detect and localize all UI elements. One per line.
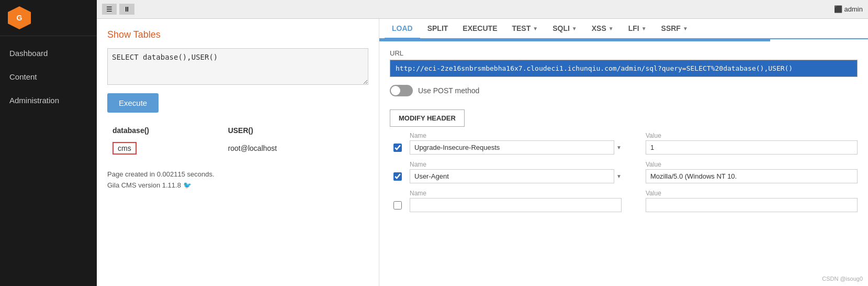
tab-sqli[interactable]: SQLI ▼ [545,19,584,39]
app-logo-icon: G [8,6,31,29]
value-col-label-3: Value [646,190,858,197]
url-label: URL [390,49,858,57]
checkbox-cell-3 [390,201,405,210]
header-labels-row-2: Name Value [390,161,858,168]
chevron-down-icon: ▼ [641,26,647,31]
tab-lfi[interactable]: LFI ▼ [621,19,654,39]
tab-ssrf[interactable]: SSRF ▼ [654,19,695,39]
header-input-row-3 [390,198,858,212]
value-col-label-2: Value [646,161,858,168]
result-table: database() USER() cms root@localhost [107,123,368,159]
chevron-down-icon: ▼ [616,173,622,179]
content-area: Show Tables SELECT database(),USER() Exe… [97,19,868,286]
header-name-wrapper-1: ▼ [410,140,622,155]
col1-header: database() [107,123,223,138]
tool-tabs: LOAD SPLIT EXECUTE TEST ▼ SQLI ▼ XSS ▼ L… [379,19,868,39]
execute-button[interactable]: Execute [107,93,159,113]
header-name-input-2[interactable] [410,169,614,183]
sidebar-logo: G [0,0,97,36]
header-rows: Name Value ▼ [379,132,868,212]
header-labels-row-1: Name Value [390,132,858,139]
watermark: CSDN @isoug0 [822,276,863,282]
chevron-down-icon: ▼ [616,145,622,150]
tab-test[interactable]: TEST ▼ [504,19,545,39]
checkbox-cell-2 [390,172,405,181]
col1-cell: cms [107,138,223,159]
checkbox-cell-1 [390,144,405,152]
sidebar-item-dashboard[interactable]: Dashboard [0,41,97,65]
tab-xss[interactable]: XSS ▼ [584,19,621,39]
footer-line1: Page created in 0.002115 seconds. [107,169,368,180]
main-content: ☰ ⏸ ⬛ admin Show Tables SELECT database(… [97,0,868,286]
tab-split[interactable]: SPLIT [420,19,456,39]
header-value-input-3[interactable] [646,198,858,212]
show-tables-title: Show Tables [107,29,368,40]
header-checkbox-1[interactable] [393,144,402,152]
header-checkbox-3[interactable] [393,201,402,210]
sidebar-item-content[interactable]: Content [0,65,97,89]
header-input-row-1: ▼ [390,140,858,155]
sidebar: G Dashboard Content Administration [0,0,97,286]
value-col-label-1: Value [646,132,858,139]
table-row: cms root@localhost [107,138,368,159]
use-post-label: Use POST method [418,86,479,95]
header-value-input-1[interactable] [646,140,858,155]
header-checkbox-2[interactable] [393,172,402,181]
use-post-row: Use POST method [390,85,858,96]
top-bar: ☰ ⏸ ⬛ admin [97,0,868,19]
pause-button[interactable]: ⏸ [119,4,134,15]
header-name-input-3[interactable] [410,198,622,212]
tab-execute[interactable]: EXECUTE [455,19,504,39]
chevron-down-icon: ▼ [572,26,577,31]
name-col-label-3: Name [410,190,622,197]
footer-line2: Gila CMS version 1.11.8 🐦 [107,180,368,191]
header-name-wrapper-2: ▼ [410,169,622,183]
modify-header-button[interactable]: MODIFY HEADER [390,109,465,127]
header-input-row-2: ▼ [390,169,858,183]
cms-panel: Show Tables SELECT database(),USER() Exe… [97,19,379,286]
sidebar-item-administration[interactable]: Administration [0,89,97,112]
tool-panel: LOAD SPLIT EXECUTE TEST ▼ SQLI ▼ XSS ▼ L… [379,19,868,286]
use-post-toggle[interactable] [390,85,413,96]
name-col-label-1: Name [410,132,622,139]
chevron-down-icon: ▼ [533,26,538,31]
tab-load[interactable]: LOAD [385,19,420,39]
chevron-down-icon: ▼ [683,26,688,31]
svg-text:G: G [17,14,22,22]
sidebar-nav: Dashboard Content Administration [0,36,97,117]
query-textarea[interactable]: SELECT database(),USER() [107,48,368,85]
header-value-input-2[interactable] [646,169,858,183]
header-labels-row-3: Name Value [390,190,858,197]
url-section: URL Use POST method [379,41,868,104]
toggle-knob [391,86,400,95]
name-col-label-2: Name [410,161,622,168]
col2-cell: root@localhost [223,138,368,159]
header-name-input-1[interactable] [410,140,614,155]
menu-toggle-button[interactable]: ☰ [102,4,117,15]
chevron-down-icon: ▼ [608,26,614,31]
cms-value-highlighted: cms [112,142,137,155]
url-input[interactable] [390,60,858,77]
footer-text: Page created in 0.002115 seconds. Gila C… [107,169,368,191]
admin-label: ⬛ admin [834,5,863,13]
col2-header: USER() [223,123,368,138]
